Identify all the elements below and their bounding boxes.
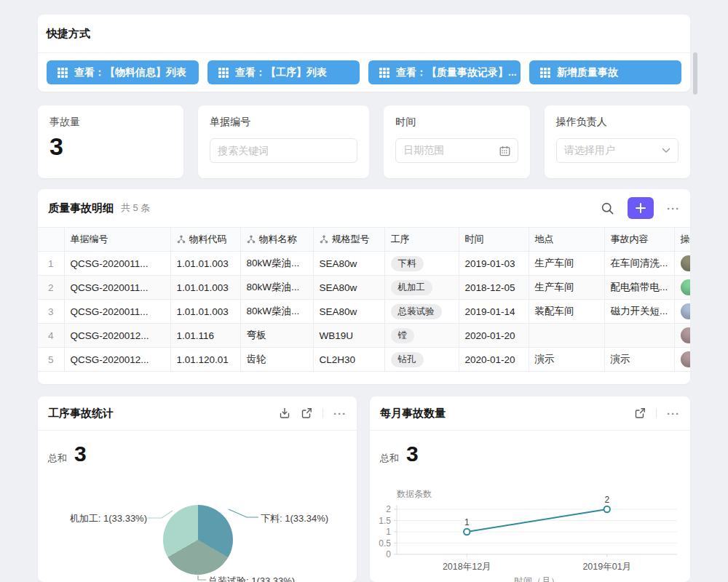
relation-icon <box>247 235 256 244</box>
grid-icon <box>379 68 389 78</box>
column-header-0 <box>38 228 64 252</box>
pie-total-label: 总和 <box>48 452 67 465</box>
cell-content: 演示 <box>604 348 674 372</box>
cell-index: 1 <box>38 252 64 276</box>
add-record-button[interactable] <box>628 197 654 219</box>
table-row[interactable]: 2QCSG-2020011...1.01.01.00380kW柴油...SEA8… <box>38 276 690 300</box>
cell-spec: SEA80w <box>313 276 384 300</box>
cell-material-name: 弯板 <box>240 324 313 348</box>
shortcut-button-2[interactable]: 查看：【质量事故记录】... <box>368 60 521 84</box>
svg-text:1: 1 <box>464 517 470 527</box>
column-header-4: 规格型号 <box>313 228 384 252</box>
line-chart[interactable]: 00.511.522018年12月2019年01月12时间（月） <box>376 495 684 582</box>
process-stat-card: 工序事故统计 ··· 总和 3 机加工: 1(33.33%) 下料: 1(33.… <box>38 396 357 582</box>
user-select-placeholder: 请选择用户 <box>564 144 662 157</box>
date-range-input[interactable]: 日期范围 <box>395 138 518 163</box>
date-filter-card: 时间 日期范围 <box>384 105 529 178</box>
monthly-count-title: 每月事故数量 <box>380 407 446 420</box>
cell-code: QCSG-2020012... <box>64 324 170 348</box>
cell-material-code: 1.01.01.003 <box>170 300 240 324</box>
process-tag: 镗 <box>391 328 415 343</box>
pie-chart[interactable] <box>163 505 233 575</box>
table-toolbar: 质量事故明细 共 5 条 ··· <box>38 189 690 227</box>
shortcut-button-0[interactable]: 查看：【物料信息】列表 <box>47 60 199 84</box>
process-tag: 下料 <box>391 256 424 271</box>
monthly-count-card: 每月事故数量 ··· 总和 3 数据条数 00.511.522018年12月20… <box>370 396 690 582</box>
cell-process: 钻孔 <box>384 348 459 372</box>
svg-text:时间（月）: 时间（月） <box>514 576 560 582</box>
cell-process: 镗 <box>384 324 459 348</box>
relation-icon <box>177 235 186 244</box>
cell-code: QCSG-2020011... <box>64 252 170 276</box>
svg-text:1: 1 <box>386 527 391 537</box>
cell-owner <box>674 252 690 276</box>
open-in-new-icon[interactable] <box>634 407 646 419</box>
shortcut-button-1[interactable]: 查看：【工序】列表 <box>207 60 360 84</box>
process-tag: 钻孔 <box>391 352 424 367</box>
scrollbar-thumb[interactable] <box>693 52 697 95</box>
cell-spec: SEA80w <box>313 252 384 276</box>
user-filter-card: 操作负责人 请选择用户 <box>545 105 690 178</box>
cell-material-code: 1.01.120.01 <box>170 348 240 372</box>
search-input-box[interactable] <box>210 138 357 163</box>
svg-text:2: 2 <box>386 504 391 514</box>
filter-row: 事故量 3 单据编号 时间 日期范围 操作负责人 请选择用户 <box>38 105 690 178</box>
cell-process: 总装试验 <box>384 300 459 324</box>
cell-spec: CL2H30 <box>313 348 384 372</box>
cell-material-name: 齿轮 <box>240 348 313 372</box>
column-header-9: 操作负责人 <box>674 228 690 252</box>
process-stat-header: 工序事故统计 ··· <box>38 396 357 431</box>
line-total-row: 总和 3 <box>370 431 690 465</box>
export-icon[interactable] <box>279 407 290 419</box>
more-menu-icon[interactable]: ··· <box>667 408 680 419</box>
shortcut-button-label: 查看：【物料信息】列表 <box>74 66 186 79</box>
search-filter-label: 单据编号 <box>210 116 357 129</box>
open-in-new-icon[interactable] <box>301 407 312 419</box>
shortcut-button-label: 新增质量事故 <box>557 66 618 79</box>
calendar-icon[interactable] <box>499 146 510 156</box>
svg-text:0: 0 <box>386 549 391 559</box>
shortcuts-header: 快捷方式 <box>38 15 690 53</box>
incident-table-card: 质量事故明细 共 5 条 ··· 单据编号物料代码物料名称规格型号工序时间地点事… <box>38 189 690 384</box>
cell-process: 机加工 <box>384 276 459 300</box>
stat-label: 事故量 <box>50 116 172 129</box>
cell-owner <box>674 324 690 348</box>
cell-material-code: 1.01.01.003 <box>170 252 240 276</box>
column-header-2: 物料代码 <box>170 228 240 252</box>
cell-content: 配电箱带电... <box>604 276 674 300</box>
cell-material-name: 80kW柴油... <box>240 252 313 276</box>
cell-index: 5 <box>38 348 64 372</box>
table-row[interactable]: 3QCSG-2020011...1.01.01.00380kW柴油...SEA8… <box>38 300 690 324</box>
cell-process: 下料 <box>384 252 459 276</box>
column-header-5: 工序 <box>384 228 459 252</box>
cell-date: 2019-01-03 <box>459 252 529 276</box>
table-row[interactable]: 5QCSG-2020012...1.01.120.01齿轮CL2H30钻孔202… <box>38 348 690 372</box>
cell-index: 3 <box>38 300 64 324</box>
cell-location <box>529 324 604 348</box>
more-menu-icon[interactable]: ··· <box>667 203 680 214</box>
cell-code: QCSG-2020011... <box>64 276 170 300</box>
shortcut-button-3[interactable]: 新增质量事故 <box>529 60 681 84</box>
search-filter-card: 单据编号 <box>198 105 369 178</box>
more-menu-icon[interactable]: ··· <box>333 408 347 419</box>
date-placeholder: 日期范围 <box>403 144 499 157</box>
table-row[interactable]: 1QCSG-2020011...1.01.01.00380kW柴油...SEA8… <box>38 252 690 276</box>
svg-text:2: 2 <box>604 495 609 505</box>
cell-location: 生产车间 <box>529 276 604 300</box>
search-input[interactable] <box>218 145 349 156</box>
search-icon[interactable] <box>601 202 614 215</box>
shortcut-button-label: 查看：【工序】列表 <box>235 66 327 79</box>
cell-index: 4 <box>38 324 64 348</box>
shortcut-buttons: 查看：【物料信息】列表查看：【工序】列表查看：【质量事故记录】...新增质量事故 <box>38 53 690 92</box>
pie-total-row: 总和 3 <box>38 431 357 465</box>
cell-location: 演示 <box>529 348 604 372</box>
process-tag: 总装试验 <box>391 304 442 319</box>
cell-location: 生产车间 <box>529 252 604 276</box>
cell-code: QCSG-2020012... <box>64 348 170 372</box>
table-row[interactable]: 4QCSG-2020012...1.01.116弯板WB19U镗2020-01-… <box>38 324 690 348</box>
user-select[interactable]: 请选择用户 <box>556 138 678 163</box>
pie-label-machining: 机加工: 1(33.33%) <box>64 512 147 525</box>
divider <box>323 408 323 418</box>
column-header-3: 物料名称 <box>240 228 313 252</box>
date-filter-label: 时间 <box>395 116 518 129</box>
